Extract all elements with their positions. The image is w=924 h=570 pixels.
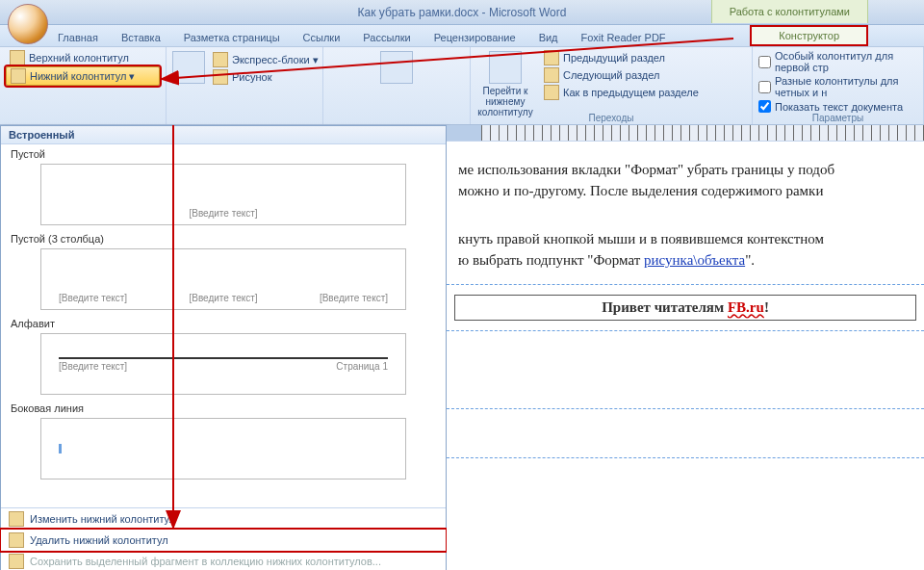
- opt-firstpage-label: Особый колонтитул для первой стр: [775, 50, 917, 73]
- cmd-save-selection: Сохранить выделенный фрагмент в коллекци…: [1, 551, 446, 570]
- group-opt-label: Параметры: [753, 113, 923, 123]
- footer-link: FB.ru: [728, 299, 764, 315]
- prev-section-button[interactable]: Предыдущий раздел: [540, 49, 703, 66]
- footer-separator: [447, 284, 924, 285]
- datetime-button[interactable]: [172, 49, 203, 86]
- gallery-head-builtin2: Встроенный: [1, 126, 446, 144]
- opt-firstpage-check[interactable]: [758, 56, 771, 68]
- body-text: ю выбрать подпункт "Формат рисунка\объек…: [458, 249, 912, 271]
- side-bar: [59, 444, 62, 453]
- opt-oddeven[interactable]: Разные колонтитулы для четных и н: [758, 74, 917, 99]
- footer-gallery-dropdown: Пустой Встроенный Пустой [Введите текст]…: [0, 125, 447, 570]
- edit-icon: [9, 511, 24, 527]
- gallery-scroll[interactable]: Пустой [Введите текст] Пустой (3 столбца…: [1, 144, 446, 507]
- header-button[interactable]: Верхний колонтитул: [6, 49, 160, 66]
- office-button[interactable]: [8, 4, 48, 44]
- footer-separator: [447, 408, 924, 409]
- footer-separator: [447, 457, 924, 458]
- gallery-footer: Изменить нижний колонтитул Удалить нижни…: [1, 507, 446, 570]
- tab-review[interactable]: Рецензирование: [423, 29, 527, 46]
- opt-showtext-label: Показать текст документа: [775, 101, 903, 113]
- placeholder-text: [Введите текст]: [59, 361, 127, 372]
- main-area: Пустой Встроенный Пустой [Введите текст]…: [0, 125, 924, 570]
- contextual-tab-group: Работа с колонтитулами: [711, 0, 868, 23]
- cmd-edit-footer[interactable]: Изменить нижний колонтитул: [1, 508, 446, 530]
- placeholder-text: [Введите текст]: [320, 293, 388, 303]
- gallery-item-label: Алфавит: [11, 318, 436, 329]
- link-prev-label: Как в предыдущем разделе: [563, 87, 699, 98]
- placeholder-text: [Введите текст]: [189, 293, 257, 303]
- goto-icon: [380, 51, 413, 84]
- gallery-preview: [Введите текст] Страница 1: [40, 333, 406, 395]
- gallery-preview: [Введите текст] [Введите текст] [Введите…: [40, 248, 406, 310]
- gallery-preview: [40, 418, 406, 479]
- cmd-save-label: Сохранить выделенный фрагмент в коллекци…: [30, 556, 381, 567]
- datetime-icon: [172, 51, 205, 84]
- footer-button[interactable]: Нижний колонтитул ▾: [6, 66, 160, 86]
- next-section-button[interactable]: Следующий раздел: [540, 66, 703, 84]
- placeholder-text: [Введите текст]: [59, 293, 127, 303]
- gallery-item-alphabet[interactable]: Алфавит [Введите текст] Страница 1: [1, 314, 446, 399]
- footer-text-end: !: [764, 299, 769, 315]
- tab-references[interactable]: Ссылки: [292, 29, 352, 46]
- goto-button[interactable]: [368, 49, 425, 86]
- tab-mailings[interactable]: Рассылки: [351, 29, 422, 46]
- tab-home[interactable]: Главная: [46, 29, 110, 46]
- gallery-item-empty[interactable]: Пустой [Введите текст]: [1, 144, 446, 229]
- picture-button[interactable]: Рисунок: [209, 68, 322, 86]
- picture-icon: [213, 69, 228, 85]
- gallery-item-sideline[interactable]: Боковая линия: [1, 399, 446, 483]
- footer-label: Нижний колонтитул ▾: [30, 70, 136, 83]
- horizontal-ruler[interactable]: [447, 125, 924, 142]
- body-text: кнуть правой кнопкой мыши и в появившемс…: [458, 228, 912, 249]
- group-navigation-left: [323, 47, 471, 124]
- header-label: Верхний колонтитул: [29, 52, 129, 64]
- next-icon: [544, 67, 559, 83]
- next-section-label: Следующий раздел: [563, 69, 659, 81]
- opt-showtext-check[interactable]: [758, 100, 771, 113]
- group-navigation: Перейти к нижнему колонтитулу Предыдущий…: [471, 47, 753, 124]
- quickparts-button[interactable]: Экспресс-блоки ▾: [209, 51, 322, 68]
- gallery-item-label: Боковая линия: [11, 402, 436, 414]
- cmd-edit-label: Изменить нижний колонтитул: [30, 513, 175, 525]
- ribbon: Верхний колонтитул Нижний колонтитул ▾ Э…: [0, 47, 924, 125]
- tab-layout[interactable]: Разметка страницы: [172, 29, 292, 46]
- footer-separator: [447, 330, 924, 331]
- opt-firstpage[interactable]: Особый колонтитул для первой стр: [758, 49, 917, 74]
- opt-oddeven-label: Разные колонтитулы для четных и н: [775, 75, 917, 98]
- body-text: можно и по-другому. После выделения соде…: [458, 180, 912, 201]
- tab-insert[interactable]: Вставка: [110, 29, 172, 46]
- group-options: Особый колонтитул для первой стр Разные …: [753, 47, 924, 124]
- title-bar: Как убрать рамки.docx - Microsoft Word Р…: [0, 0, 924, 25]
- header-icon: [10, 50, 25, 65]
- picture-label: Рисунок: [232, 71, 272, 83]
- ribbon-tabs: Главная Вставка Разметка страницы Ссылки…: [0, 25, 924, 47]
- opt-oddeven-check[interactable]: [758, 81, 771, 93]
- group-insert: Экспресс-блоки ▾ Рисунок: [167, 47, 323, 124]
- cmd-remove-footer[interactable]: Удалить нижний колонтитул: [1, 530, 446, 551]
- link-icon: [544, 85, 559, 100]
- remove-icon: [9, 532, 24, 548]
- goto-footer-icon: [489, 51, 522, 84]
- tab-designer[interactable]: Конструктор: [750, 25, 868, 46]
- footer-content[interactable]: Привет читателям FB.ru!: [454, 295, 916, 321]
- footer-icon: [11, 68, 26, 84]
- document-area[interactable]: ме использования вкладки "Формат" убрать…: [447, 125, 924, 570]
- gallery-item-3col[interactable]: Пустой (3 столбца) [Введите текст] [Введ…: [1, 229, 446, 314]
- goto-footer-button[interactable]: Перейти к нижнему колонтитулу: [476, 49, 534, 117]
- opt-showtext[interactable]: Показать текст документа: [758, 99, 917, 114]
- tab-view[interactable]: Вид: [527, 29, 570, 46]
- prev-icon: [544, 50, 559, 65]
- page-content[interactable]: ме использования вкладки "Формат" убрать…: [447, 142, 924, 274]
- placeholder-text: [Введите текст]: [189, 208, 257, 219]
- group-nav-label: Переходы: [471, 113, 752, 123]
- quickparts-label: Экспресс-блоки ▾: [232, 54, 319, 66]
- group-header-footer: Верхний колонтитул Нижний колонтитул ▾: [0, 47, 167, 124]
- link-prev-button[interactable]: Как в предыдущем разделе: [540, 84, 703, 101]
- footer-text: Привет читателям: [602, 299, 728, 315]
- blocks-icon: [213, 52, 228, 67]
- divider-line: [59, 357, 388, 359]
- cmd-remove-label: Удалить нижний колонтитул: [30, 534, 168, 546]
- tab-foxit[interactable]: Foxit Reader PDF: [570, 29, 678, 46]
- body-text: ме использования вкладки "Формат" убрать…: [458, 159, 912, 180]
